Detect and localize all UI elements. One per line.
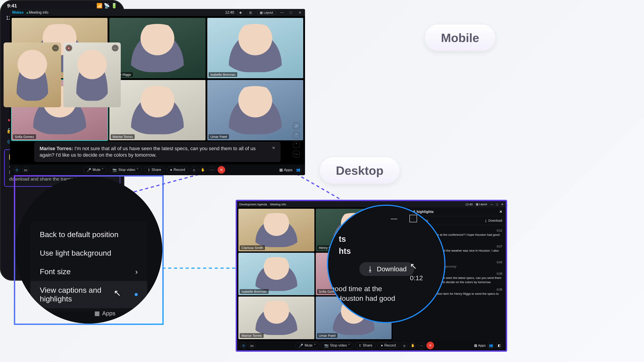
end-call-button[interactable]: ✕	[426, 342, 434, 349]
caption-font-up-icon[interactable]: ˄	[293, 132, 300, 139]
video-tile[interactable]: Isabelle Brennan	[238, 253, 314, 295]
video-tile[interactable]: 🔇 ⋯	[63, 42, 121, 107]
record-button[interactable]: ● Record	[378, 342, 399, 349]
participant-name: Umar Patel	[317, 333, 338, 338]
more-options-icon[interactable]: ⋯	[209, 166, 215, 173]
video-tile[interactable]: Umar Patel	[207, 80, 303, 140]
header-clock: 12:40	[225, 10, 234, 14]
caption-expand-icon[interactable]: ⤢	[293, 122, 300, 129]
video-tile[interactable]: Henry Riggs	[109, 18, 205, 78]
caption-close-icon[interactable]: ✕	[272, 145, 275, 151]
caption-font-down-icon[interactable]: ˅	[293, 141, 300, 148]
header-clock: 12:40	[465, 203, 473, 206]
tab-partial: hts	[339, 247, 435, 256]
chevron-right-icon: ›	[135, 267, 138, 276]
window-maximize-zoom[interactable]	[410, 215, 417, 222]
window-minimize[interactable]: —	[490, 203, 493, 206]
video-tile[interactable]: ⋯	[4, 42, 61, 107]
muted-icon: 🔇	[66, 45, 72, 51]
participant-name: Isabelle Brennan	[209, 72, 238, 77]
video-tile[interactable]: Isabelle Brennan	[207, 18, 303, 78]
share-button[interactable]: ⇪ Share	[144, 167, 164, 173]
window-minimize-zoom[interactable]: —	[391, 215, 397, 224]
window-maximize[interactable]: □	[288, 10, 294, 14]
record-button[interactable]: ● Record	[167, 167, 188, 173]
window-close[interactable]: ✕	[297, 10, 303, 15]
entry-time: 0:33	[497, 261, 502, 264]
download-link[interactable]: ⭳ Download	[484, 219, 502, 222]
mute-button[interactable]: 🎤 Mute ˅	[84, 167, 107, 173]
share-button[interactable]: ⇪ Share	[355, 342, 376, 349]
cc-toggle-icon[interactable]: cc	[249, 342, 255, 349]
video-tile[interactable]: Marise Torres	[109, 80, 205, 140]
menu-light-background[interactable]: Use light background	[30, 244, 147, 262]
menu-view-captions-highlights[interactable]: View captions and highlights	[30, 281, 147, 308]
participant-name: Marise Torres	[111, 134, 134, 139]
caption-context-menu: Back to default position Use light backg…	[30, 221, 147, 312]
caption-more-icon[interactable]: ⋯	[293, 151, 300, 157]
entry-time: 0:27	[497, 245, 502, 248]
caption-side-controls: ⤢ ˄ ˅ ⋯	[293, 122, 300, 157]
app-name: Webex	[12, 10, 24, 14]
participant-name: Umar Patel	[209, 134, 229, 139]
window-maximize[interactable]: □	[496, 203, 498, 206]
raise-hand-icon[interactable]: ✋	[200, 166, 206, 173]
window-close[interactable]: ✕	[501, 203, 504, 206]
closed-caption-bar: Marise Torres: I'm not sure that all of …	[34, 142, 280, 162]
meeting-info-link[interactable]: Meeting info	[270, 203, 286, 206]
mobile-badge: Mobile	[425, 24, 495, 51]
cursor-icon: ↖	[410, 261, 417, 271]
new-indicator-dot	[134, 293, 138, 296]
titlebar: Webex Meeting info 12:40 ◈ ◎ ▦ Layout — …	[10, 9, 305, 16]
stop-video-button[interactable]: 📷 Stop video ˅	[109, 167, 142, 173]
menu-back-to-default[interactable]: Back to default position	[30, 225, 147, 244]
participants-icon[interactable]: 👥	[295, 166, 302, 173]
entry-time: 0:33	[497, 272, 502, 275]
download-button-zoom: — ✕ ts hts ⭳ Download ↖ 0:12 good time a…	[327, 205, 446, 323]
status-time: 9:41	[7, 3, 17, 9]
transcript-timestamp: 0:12	[410, 274, 423, 282]
raise-hand-icon[interactable]: ✋	[410, 342, 416, 349]
cursor-icon: ↖	[114, 288, 121, 298]
assistant-icon[interactable]: ◎	[247, 9, 254, 16]
assistant-toggle-icon[interactable]: ◎	[240, 342, 247, 349]
stop-video-button[interactable]: 📷 Stop video ˅	[321, 342, 354, 349]
caption-options-zoom: Back to default position Use light backg…	[14, 175, 164, 325]
pane-title-partial: ts	[339, 234, 435, 244]
meeting-info-link[interactable]: Meeting info	[26, 10, 48, 14]
participant-name: Sofia Gomez	[13, 134, 36, 139]
participant-name: Isabelle Brennan	[240, 289, 268, 294]
layout-button[interactable]: ▦ Layout	[476, 203, 487, 206]
entry-time: 0:35	[497, 288, 502, 291]
pane-close-icon[interactable]: ✕	[499, 210, 502, 214]
panels-icon[interactable]: ◧	[496, 342, 503, 349]
apps-button-peek[interactable]: ▦ Apps	[94, 310, 116, 317]
layout-button[interactable]: ▦ Layout	[257, 10, 276, 15]
tile-more-icon[interactable]: ⋯	[52, 45, 59, 51]
more-options-icon[interactable]: ⋯	[418, 342, 425, 349]
app-title: Development Agenda	[239, 203, 267, 206]
tile-more-icon[interactable]: ⋯	[112, 45, 118, 51]
menu-font-size[interactable]: Font size›	[30, 262, 147, 281]
apps-button[interactable]: ▦ Apps	[474, 344, 486, 348]
mute-button[interactable]: 🎤 Mute ˅	[296, 342, 319, 349]
download-button[interactable]: ⭳ Download	[359, 262, 414, 276]
participant-name: Marise Torres	[240, 333, 264, 338]
reactions-icon[interactable]: ☺	[191, 166, 198, 173]
video-tile[interactable]: Marise Torres	[238, 297, 314, 339]
meeting-toolbar: ◎ cc 🎤 Mute ˅ 📷 Stop video ˅ ⇪ Share ● R…	[237, 341, 506, 350]
apps-button[interactable]: ▦ Apps	[279, 168, 292, 172]
window-minimize[interactable]: —	[279, 10, 285, 14]
reactions-icon[interactable]: ☺	[401, 342, 408, 349]
assistant-toggle-icon[interactable]: ◎	[14, 166, 20, 173]
end-call-button[interactable]: ✕	[218, 166, 225, 174]
participants-icon[interactable]: 👥	[488, 342, 494, 349]
caption-speaker: Marise Torres:	[40, 146, 73, 151]
transcript-text-partial: good time at thee Houston had good	[331, 284, 395, 303]
video-tile[interactable]: Clarissa Smith	[238, 209, 314, 251]
participant-name: Clarissa Smith	[240, 245, 265, 250]
shield-icon[interactable]: ◈	[237, 9, 244, 16]
cc-toggle-icon[interactable]: cc	[22, 166, 29, 173]
desktop-badge: Desktop	[320, 157, 400, 184]
meeting-toolbar: ◎ cc 🎤 Mute ˅ 📷 Stop video ˅ ⇪ Share ● R…	[10, 164, 305, 175]
